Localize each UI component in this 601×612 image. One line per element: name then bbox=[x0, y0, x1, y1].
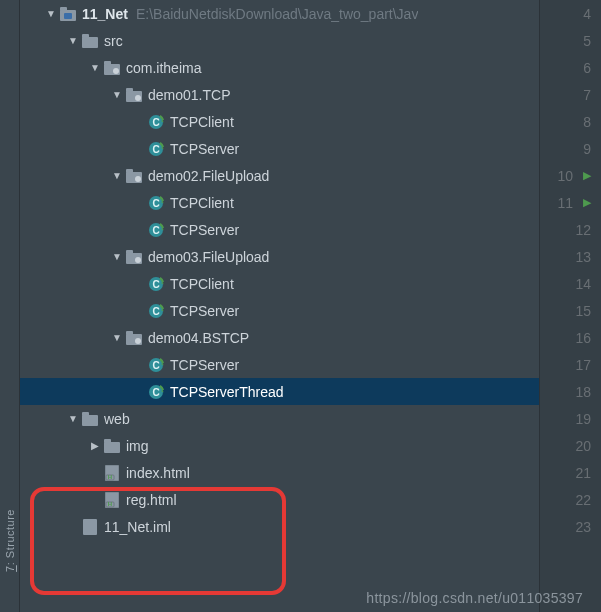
svg-text:C: C bbox=[152, 143, 159, 154]
svg-rect-2 bbox=[64, 13, 72, 19]
gutter-row: 18 bbox=[540, 378, 601, 405]
line-number: 4 bbox=[569, 6, 591, 22]
tree-node-path: E:\BaiduNetdiskDownload\Java_two_part\Ja… bbox=[136, 6, 419, 22]
tree-row[interactable]: ▼demo02.FileUpload bbox=[20, 162, 539, 189]
expand-arrow-icon[interactable]: ▼ bbox=[110, 332, 124, 343]
line-number: 9 bbox=[569, 141, 591, 157]
svg-rect-4 bbox=[82, 34, 89, 38]
gutter-row: 12 bbox=[540, 216, 601, 243]
dir-icon bbox=[80, 412, 100, 426]
class-icon: C bbox=[146, 141, 166, 157]
html-icon: H bbox=[102, 465, 122, 481]
tree-node-label: src bbox=[104, 33, 123, 49]
class-icon: C bbox=[146, 357, 166, 373]
tree-row[interactable]: ▼CTCPServerThread bbox=[20, 378, 539, 405]
tree-row[interactable]: ▼CTCPServer bbox=[20, 297, 539, 324]
pkg-icon bbox=[102, 61, 122, 75]
expand-arrow-icon[interactable]: ▼ bbox=[110, 251, 124, 262]
gutter-row: 9 bbox=[540, 135, 601, 162]
pkg-icon bbox=[124, 331, 144, 345]
class-icon: C bbox=[146, 303, 166, 319]
tool-window-tab-structure[interactable]: 7: Structure bbox=[0, 0, 20, 612]
svg-rect-46 bbox=[104, 442, 120, 453]
expand-arrow-icon[interactable]: ▼ bbox=[110, 170, 124, 181]
svg-rect-27 bbox=[126, 250, 133, 254]
tree-row[interactable]: ▼demo03.FileUpload bbox=[20, 243, 539, 270]
tree-row[interactable]: ▶img bbox=[20, 432, 539, 459]
svg-rect-45 bbox=[82, 412, 89, 416]
tree-node-label: TCPServer bbox=[170, 222, 239, 238]
line-number: 17 bbox=[569, 357, 591, 373]
tree-node-label: reg.html bbox=[126, 492, 177, 508]
tree-node-label: TCPClient bbox=[170, 276, 234, 292]
svg-rect-55 bbox=[86, 524, 94, 532]
tree-row[interactable]: ▼Hreg.html bbox=[20, 486, 539, 513]
tree-node-label: TCPClient bbox=[170, 195, 234, 211]
svg-rect-44 bbox=[82, 415, 98, 426]
svg-rect-9 bbox=[126, 88, 133, 92]
module-icon bbox=[58, 7, 78, 21]
tree-row[interactable]: ▼11_Net.iml bbox=[20, 513, 539, 540]
svg-text:C: C bbox=[152, 305, 159, 316]
run-gutter-icon[interactable]: ▶ bbox=[583, 196, 591, 209]
tree-row[interactable]: ▼11_NetE:\BaiduNetdiskDownload\Java_two_… bbox=[20, 0, 539, 27]
expand-arrow-icon[interactable]: ▼ bbox=[44, 8, 58, 19]
tree-node-label: index.html bbox=[126, 465, 190, 481]
line-number: 22 bbox=[569, 492, 591, 508]
gutter-row: 4 bbox=[540, 0, 601, 27]
line-number: 18 bbox=[569, 384, 591, 400]
svg-rect-1 bbox=[60, 7, 67, 11]
svg-rect-3 bbox=[82, 37, 98, 48]
svg-text:H: H bbox=[108, 474, 112, 480]
expand-arrow-icon[interactable]: ▶ bbox=[88, 440, 102, 451]
svg-text:C: C bbox=[152, 116, 159, 127]
tool-window-label: 7: Structure bbox=[4, 509, 16, 572]
tree-row[interactable]: ▼CTCPServer bbox=[20, 135, 539, 162]
tree-node-label: com.itheima bbox=[126, 60, 201, 76]
tree-row[interactable]: ▼CTCPServer bbox=[20, 216, 539, 243]
project-tree[interactable]: ▼11_NetE:\BaiduNetdiskDownload\Java_two_… bbox=[20, 0, 539, 612]
line-number: 20 bbox=[569, 438, 591, 454]
pkg-icon bbox=[124, 250, 144, 264]
class-icon: C bbox=[146, 222, 166, 238]
gutter-row: 10▶ bbox=[540, 162, 601, 189]
tree-row[interactable]: ▼CTCPClient bbox=[20, 270, 539, 297]
tree-row[interactable]: ▼com.itheima bbox=[20, 54, 539, 81]
line-number: 12 bbox=[569, 222, 591, 238]
tree-node-label: web bbox=[104, 411, 130, 427]
tree-node-label: demo01.TCP bbox=[148, 87, 230, 103]
expand-arrow-icon[interactable]: ▼ bbox=[110, 89, 124, 100]
gutter-row: 20 bbox=[540, 432, 601, 459]
tree-row[interactable]: ▼src bbox=[20, 27, 539, 54]
gutter-row: 13 bbox=[540, 243, 601, 270]
gutter-row: 6 bbox=[540, 54, 601, 81]
tree-row[interactable]: ▼CTCPServer bbox=[20, 351, 539, 378]
expand-arrow-icon[interactable]: ▼ bbox=[66, 35, 80, 46]
tree-row[interactable]: ▼Hindex.html bbox=[20, 459, 539, 486]
svg-point-19 bbox=[135, 176, 141, 182]
editor-gutter: 45678910▶11▶121314151617181920212223 bbox=[539, 0, 601, 612]
expand-arrow-icon[interactable]: ▼ bbox=[88, 62, 102, 73]
tree-row[interactable]: ▼demo01.TCP bbox=[20, 81, 539, 108]
tree-row[interactable]: ▼CTCPClient bbox=[20, 189, 539, 216]
tree-node-label: TCPServer bbox=[170, 141, 239, 157]
tree-row[interactable]: ▼demo04.BSTCP bbox=[20, 324, 539, 351]
tree-node-label: demo02.FileUpload bbox=[148, 168, 269, 184]
tree-row[interactable]: ▼web bbox=[20, 405, 539, 432]
class-icon: C bbox=[146, 276, 166, 292]
class-icon: C bbox=[146, 384, 166, 400]
svg-rect-6 bbox=[104, 61, 111, 65]
tree-node-label: TCPServerThread bbox=[170, 384, 284, 400]
line-number: 23 bbox=[569, 519, 591, 535]
svg-point-28 bbox=[135, 257, 141, 263]
run-gutter-icon[interactable]: ▶ bbox=[583, 169, 591, 182]
tree-row[interactable]: ▼CTCPClient bbox=[20, 108, 539, 135]
gutter-row: 14 bbox=[540, 270, 601, 297]
gutter-row: 8 bbox=[540, 108, 601, 135]
tree-node-label: demo04.BSTCP bbox=[148, 330, 249, 346]
expand-arrow-icon[interactable]: ▼ bbox=[66, 413, 80, 424]
line-number: 14 bbox=[569, 276, 591, 292]
gutter-row: 7 bbox=[540, 81, 601, 108]
gutter-row: 17 bbox=[540, 351, 601, 378]
pkg-icon bbox=[124, 88, 144, 102]
